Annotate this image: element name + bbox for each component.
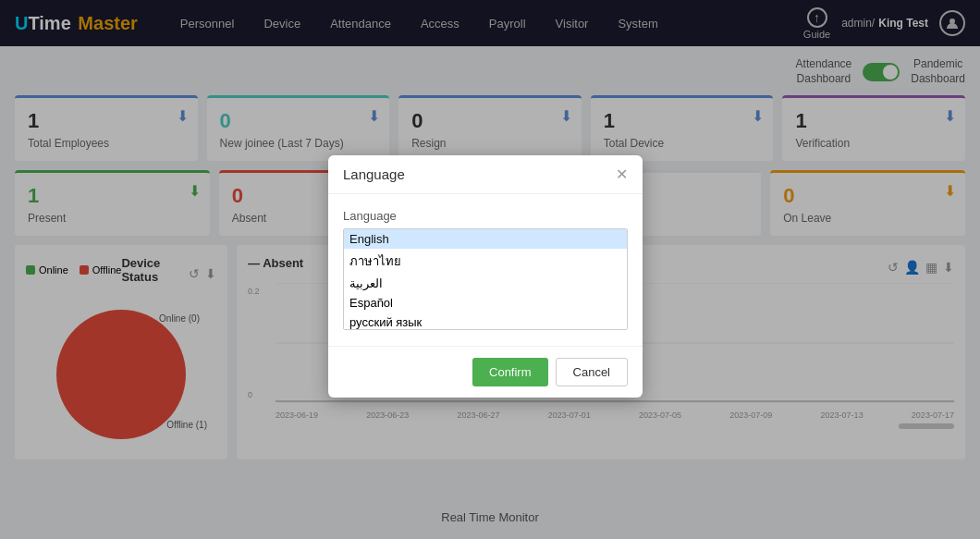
modal-header: Language ✕ xyxy=(328,155,643,194)
language-select[interactable]: English ภาษาไทย العربية Español русский … xyxy=(343,228,628,330)
lang-option-spanish: Español xyxy=(344,293,627,312)
modal-close-button[interactable]: ✕ xyxy=(616,167,628,182)
language-modal: Language ✕ Language English ภาษาไทย العر… xyxy=(328,155,643,398)
modal-body: Language English ภาษาไทย العربية Español… xyxy=(328,194,643,346)
lang-option-russian: русский язык xyxy=(344,312,627,330)
modal-footer: Confirm Cancel xyxy=(328,346,643,398)
lang-option-english: English xyxy=(344,229,627,249)
language-field-label: Language xyxy=(343,209,628,223)
cancel-button[interactable]: Cancel xyxy=(556,358,628,386)
lang-option-thai: ภาษาไทย xyxy=(344,249,627,274)
lang-option-arabic: العربية xyxy=(344,274,627,293)
modal-title: Language xyxy=(343,166,405,182)
confirm-button[interactable]: Confirm xyxy=(472,358,548,386)
